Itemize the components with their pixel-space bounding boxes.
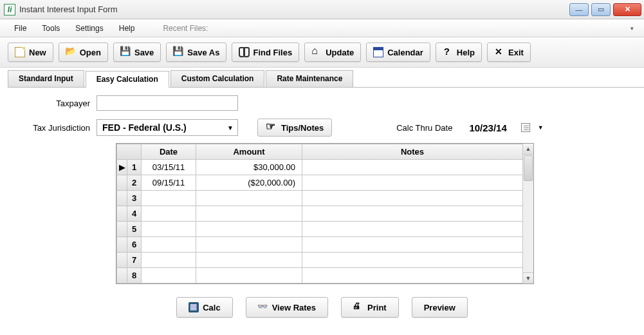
cell-amount[interactable] [196,191,302,206]
cell-amount[interactable]: $30,000.00 [196,160,302,175]
jurisdiction-select[interactable]: FED - Federal (U.S.) ▼ [97,119,238,136]
cell-notes[interactable] [302,222,523,237]
title-bar: Ii Instant Interest Input Form — ▭ ✕ [0,0,644,19]
cell-notes[interactable] [302,160,523,175]
cell-amount[interactable] [196,237,302,253]
column-header-amount[interactable]: Amount [196,144,302,160]
cell-amount[interactable] [196,206,302,222]
exit-button[interactable]: Exit [487,43,531,62]
cell-date[interactable]: 03/15/11 [142,160,196,175]
minimize-button[interactable]: — [569,3,589,16]
help-button[interactable]: Help [436,43,482,62]
save-as-button[interactable]: Save As [166,43,226,62]
tab-custom-calculation[interactable]: Custom Calculation [170,70,265,87]
update-button[interactable]: Update [304,43,361,62]
row-header[interactable]: 5 [127,222,142,237]
close-button[interactable]: ✕ [613,3,641,16]
tab-strip: Standard Input Easy Calculation Custom C… [8,70,644,88]
row-header[interactable]: 2 [127,175,142,191]
table-row: 8 [117,268,523,283]
cell-date[interactable] [142,237,196,253]
new-button[interactable]: New [8,43,53,62]
recent-files-dropdown[interactable]: ▾ [630,25,638,32]
calc-thru-date-value[interactable]: 10/23/14 [465,121,510,135]
cell-notes[interactable] [302,253,523,268]
view-rates-button[interactable]: View Rates [246,297,328,318]
update-label: Update [326,48,354,57]
tips-notes-button[interactable]: Tips/Notes [257,119,332,137]
cell-amount[interactable] [196,253,302,268]
find-files-label: Find Files [253,48,292,57]
save-as-label: Save As [187,48,219,57]
table-row: 209/15/11($20,000.00) [117,175,523,191]
maximize-button[interactable]: ▭ [591,3,611,16]
calendar-label: Calendar [387,48,423,57]
row-header[interactable]: 8 [127,268,142,283]
row-pointer [117,268,127,283]
table-row: 6 [117,237,523,253]
cell-amount[interactable] [196,268,302,283]
calc-label: Calc [203,303,220,312]
printer-icon [353,302,363,312]
row-header[interactable]: 4 [127,206,142,222]
cell-date[interactable] [142,253,196,268]
cell-notes[interactable] [302,237,523,253]
house-icon [311,47,322,57]
cell-date[interactable] [142,191,196,206]
vertical-scrollbar[interactable]: ▲ ▼ [522,144,533,283]
save-button[interactable]: Save [113,43,161,62]
calc-button[interactable]: Calc [176,297,232,318]
pointing-hand-icon [266,122,279,133]
cell-date[interactable]: 09/15/11 [142,175,196,191]
help-icon [443,47,453,57]
cell-date[interactable] [142,268,196,283]
open-button[interactable]: Open [59,43,108,62]
cell-date[interactable] [142,222,196,237]
row-pointer [117,237,127,253]
tab-easy-calculation[interactable]: Easy Calculation [86,71,169,88]
glasses-icon [258,302,268,312]
entry-grid: Date Amount Notes ▶103/15/11$30,000.0020… [116,143,534,284]
tab-standard-input[interactable]: Standard Input [8,70,84,87]
cell-date[interactable] [142,206,196,222]
scroll-thumb[interactable] [524,155,533,181]
cell-amount[interactable]: ($20,000.00) [196,175,302,191]
menu-help[interactable]: Help [111,21,143,35]
column-header-notes[interactable]: Notes [302,144,523,160]
row-pointer [117,175,127,191]
scroll-up-button[interactable]: ▲ [523,144,533,155]
toolbar: New Open Save Save As Find Files Update … [0,37,644,68]
column-header-date[interactable]: Date [142,144,196,160]
table-row: 5 [117,222,523,237]
cell-notes[interactable] [302,175,523,191]
preview-button[interactable]: Preview [412,297,468,318]
chevron-down-icon: ▼ [227,124,234,131]
calendar-picker-icon[interactable] [521,123,530,132]
cell-notes[interactable] [302,206,523,222]
print-button[interactable]: Print [341,297,399,318]
taxpayer-input[interactable] [97,95,238,111]
menu-tools[interactable]: Tools [34,21,68,35]
row-header[interactable]: 1 [127,160,142,175]
save-as-icon [173,47,183,57]
tab-rate-maintenance[interactable]: Rate Maintenance [266,70,353,87]
exit-label: Exit [508,48,524,57]
view-rates-label: View Rates [272,303,316,312]
table-row: 4 [117,206,523,222]
row-header[interactable]: 6 [127,237,142,253]
scroll-down-button[interactable]: ▼ [523,273,533,283]
row-header[interactable]: 3 [127,191,142,206]
menu-settings[interactable]: Settings [68,21,111,35]
chevron-down-icon[interactable]: ▼ [538,124,544,131]
new-label: New [29,48,46,57]
cell-notes[interactable] [302,191,523,206]
app-icon: Ii [4,4,15,15]
jurisdiction-value: FED - Federal (U.S.) [102,122,187,133]
calendar-button[interactable]: Calendar [366,43,430,62]
cell-amount[interactable] [196,222,302,237]
cell-notes[interactable] [302,268,523,283]
menu-file[interactable]: File [6,21,34,35]
row-header[interactable]: 7 [127,253,142,268]
find-files-button[interactable]: Find Files [232,43,299,62]
save-label: Save [134,48,154,57]
